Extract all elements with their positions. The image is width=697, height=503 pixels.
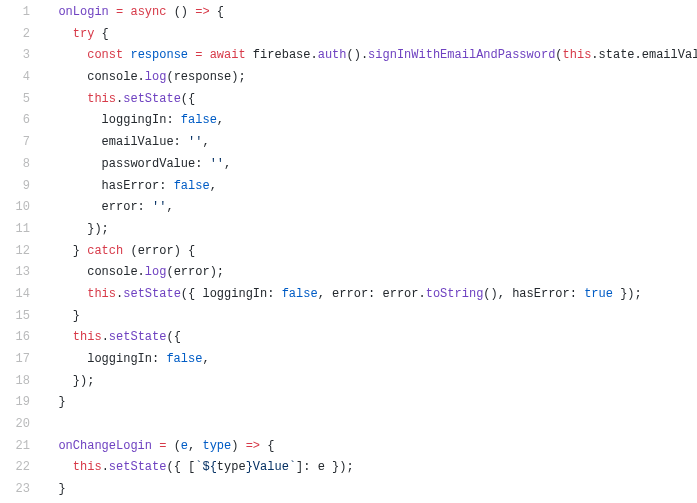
token-plain: , xyxy=(217,113,224,127)
token-plain: loggingIn: xyxy=(44,352,166,366)
line-number: 15 xyxy=(0,306,30,328)
token-plain: , xyxy=(202,135,209,149)
line-number: 4 xyxy=(0,67,30,89)
code-line[interactable]: emailValue: '', xyxy=(44,132,697,154)
token-plain: ({ [ xyxy=(166,460,195,474)
token-plain xyxy=(44,5,58,19)
token-plain: ( xyxy=(555,48,562,62)
token-plain: (). xyxy=(347,48,369,62)
code-line[interactable]: } xyxy=(44,479,697,501)
token-fn: setState xyxy=(109,460,167,474)
token-plain: , error: error. xyxy=(318,287,426,301)
token-plain: firebase. xyxy=(246,48,318,62)
line-number: 13 xyxy=(0,262,30,284)
token-id: e xyxy=(181,439,188,453)
token-plain xyxy=(202,48,209,62)
token-plain: , xyxy=(202,352,209,366)
line-number: 5 xyxy=(0,89,30,111)
code-line[interactable]: const response = await firebase.auth().s… xyxy=(44,45,697,67)
token-plain: console. xyxy=(44,70,145,84)
token-id: true xyxy=(584,287,613,301)
token-plain: passwordValue: xyxy=(44,157,210,171)
token-plain: type xyxy=(217,460,246,474)
token-fn: onLogin xyxy=(58,5,108,19)
token-id: false xyxy=(166,352,202,366)
code-line[interactable]: this.setState({ loggingIn: false, error:… xyxy=(44,284,697,306)
token-str: }Value` xyxy=(246,460,296,474)
code-line[interactable]: passwordValue: '', xyxy=(44,154,697,176)
token-kw: await xyxy=(210,48,246,62)
code-line[interactable]: error: '', xyxy=(44,197,697,219)
code-line[interactable]: } xyxy=(44,392,697,414)
token-kw: catch xyxy=(87,244,123,258)
line-number: 3 xyxy=(0,45,30,67)
code-line[interactable]: } xyxy=(44,306,697,328)
line-number: 16 xyxy=(0,327,30,349)
token-kw: const xyxy=(87,48,123,62)
line-number-gutter: 1234567891011121314151617181920212223 xyxy=(0,2,30,501)
code-line[interactable]: try { xyxy=(44,24,697,46)
token-plain xyxy=(44,460,73,474)
token-plain: . xyxy=(102,330,109,344)
token-plain: . xyxy=(102,460,109,474)
line-number: 19 xyxy=(0,392,30,414)
code-content[interactable]: onLogin = async () => { try { const resp… xyxy=(30,2,697,501)
token-kw: async xyxy=(130,5,166,19)
token-plain xyxy=(109,5,116,19)
token-fn: setState xyxy=(109,330,167,344)
code-line[interactable] xyxy=(44,414,697,436)
token-plain: } xyxy=(44,309,80,323)
token-plain: } xyxy=(44,482,66,496)
line-number: 8 xyxy=(0,154,30,176)
token-plain: console. xyxy=(44,265,145,279)
token-str: '' xyxy=(152,200,166,214)
code-line[interactable]: onChangeLogin = (e, type) => { xyxy=(44,436,697,458)
token-plain: } xyxy=(44,244,87,258)
code-line[interactable]: loggingIn: false, xyxy=(44,110,697,132)
token-kw: try xyxy=(73,27,95,41)
token-plain: .state.emailValue xyxy=(591,48,697,62)
code-line[interactable]: }); xyxy=(44,371,697,393)
line-number: 11 xyxy=(0,219,30,241)
token-str: '' xyxy=(210,157,224,171)
line-number: 21 xyxy=(0,436,30,458)
token-plain: } xyxy=(44,395,66,409)
code-line[interactable]: this.setState({ xyxy=(44,89,697,111)
token-plain xyxy=(44,439,58,453)
token-id: false xyxy=(282,287,318,301)
token-fn: log xyxy=(145,265,167,279)
code-line[interactable]: } catch (error) { xyxy=(44,241,697,263)
token-plain: }); xyxy=(613,287,642,301)
token-str: '' xyxy=(188,135,202,149)
line-number: 18 xyxy=(0,371,30,393)
token-plain xyxy=(44,92,87,106)
token-plain: , xyxy=(188,439,202,453)
token-plain: emailValue: xyxy=(44,135,188,149)
token-plain: (error) { xyxy=(123,244,195,258)
code-line[interactable]: hasError: false, xyxy=(44,176,697,198)
token-plain: ({ xyxy=(166,330,180,344)
code-line[interactable]: console.log(error); xyxy=(44,262,697,284)
code-line[interactable]: }); xyxy=(44,219,697,241)
token-fn: onChangeLogin xyxy=(58,439,152,453)
token-plain xyxy=(44,27,73,41)
token-fn: setState xyxy=(123,92,181,106)
token-kw: this xyxy=(87,92,116,106)
line-number: 14 xyxy=(0,284,30,306)
line-number: 10 xyxy=(0,197,30,219)
code-line[interactable]: loggingIn: false, xyxy=(44,349,697,371)
line-number: 12 xyxy=(0,241,30,263)
token-plain: ({ loggingIn: xyxy=(181,287,282,301)
code-line[interactable]: this.setState({ [`${type}Value`]: e }); xyxy=(44,457,697,479)
code-block: 1234567891011121314151617181920212223 on… xyxy=(0,0,697,501)
token-fn: toString xyxy=(426,287,484,301)
token-plain: { xyxy=(210,5,224,19)
token-fn: setState xyxy=(123,287,181,301)
token-plain xyxy=(44,48,87,62)
code-line[interactable]: this.setState({ xyxy=(44,327,697,349)
line-number: 9 xyxy=(0,176,30,198)
token-plain: (response); xyxy=(166,70,245,84)
token-plain: , xyxy=(210,179,217,193)
code-line[interactable]: onLogin = async () => { xyxy=(44,2,697,24)
code-line[interactable]: console.log(response); xyxy=(44,67,697,89)
